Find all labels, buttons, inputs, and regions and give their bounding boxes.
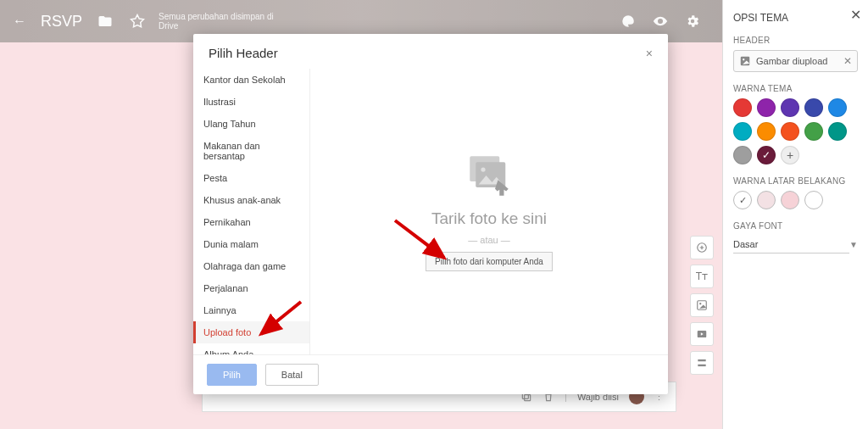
category-item[interactable]: Album Anda	[193, 343, 309, 354]
category-list: Kantor dan SekolahIlustrasiUlang TahunMa…	[193, 69, 310, 354]
form-title[interactable]: RSVP	[41, 13, 82, 31]
save-status: Semua perubahan disimpan di Drive	[159, 12, 277, 31]
category-item[interactable]: Ulang Tahun	[193, 113, 309, 135]
dialog-select-button[interactable]: Pilih	[207, 364, 257, 386]
theme-color-swatch[interactable]	[828, 98, 847, 117]
category-item[interactable]: Pesta	[193, 167, 309, 189]
palette-icon[interactable]	[617, 10, 639, 32]
header-chip-label: Gambar diupload	[756, 56, 827, 66]
dialog-title: Pilih Header	[209, 46, 278, 60]
dialog-cancel-button[interactable]: Batal	[265, 364, 319, 386]
svg-rect-1	[698, 301, 707, 310]
header-section-label: HEADER	[733, 36, 858, 45]
category-item[interactable]: Makanan dan bersantap	[193, 135, 309, 167]
or-separator: — atau —	[468, 235, 510, 245]
theme-color-swatch[interactable]	[828, 122, 847, 141]
bg-color-swatch[interactable]	[781, 191, 799, 209]
category-item[interactable]: Dunia malam	[193, 233, 309, 255]
add-image-icon[interactable]	[690, 293, 714, 317]
category-item[interactable]: Perjalanan	[193, 277, 309, 299]
remove-header-icon[interactable]: ✕	[843, 55, 852, 67]
theme-color-swatch[interactable]	[804, 98, 823, 117]
theme-color-swatch[interactable]	[757, 122, 776, 141]
add-section-icon[interactable]	[690, 351, 714, 375]
category-item[interactable]: Upload foto	[193, 321, 309, 343]
settings-icon[interactable]	[682, 10, 704, 32]
panel-close-icon[interactable]: ✕	[850, 7, 861, 23]
svg-rect-5	[698, 365, 705, 366]
select-header-dialog: Pilih Header × Kantor dan SekolahIlustra…	[193, 34, 668, 394]
svg-rect-6	[525, 395, 531, 401]
category-item[interactable]: Ilustrasi	[193, 91, 309, 113]
theme-color-label: WARNA TEMA	[733, 84, 858, 93]
preview-icon[interactable]	[649, 10, 671, 32]
image-icon	[739, 55, 751, 67]
category-item[interactable]: Pernikahan	[193, 211, 309, 233]
add-title-icon[interactable]: Tᴛ	[690, 265, 714, 288]
panel-title: OPSI TEMA	[733, 12, 858, 24]
question-toolbar: Tᴛ	[690, 236, 714, 375]
theme-options-panel: ✕ OPSI TEMA HEADER Gambar diupload ✕ WAR…	[722, 0, 868, 429]
category-item[interactable]: Khusus anak-anak	[193, 189, 309, 211]
bg-color-swatch[interactable]: ✓	[733, 191, 752, 209]
svg-rect-4	[698, 359, 705, 361]
bg-color-swatches: ✓	[733, 191, 858, 209]
upload-drop-zone[interactable]: Tarik foto ke sini — atau — Pilih foto d…	[310, 69, 668, 354]
svg-point-12	[743, 58, 744, 60]
theme-color-swatches: +	[733, 98, 858, 164]
add-question-icon[interactable]	[690, 236, 714, 259]
image-placeholder-icon	[465, 152, 513, 203]
bg-color-swatch[interactable]	[804, 191, 823, 209]
theme-color-swatch[interactable]	[757, 98, 776, 117]
theme-color-swatch[interactable]	[781, 98, 799, 117]
svg-rect-11	[741, 57, 750, 66]
category-item[interactable]: Kantor dan Sekolah	[193, 69, 309, 91]
svg-point-2	[699, 303, 701, 304]
svg-point-10	[481, 167, 485, 171]
theme-color-swatch[interactable]	[733, 146, 752, 164]
category-item[interactable]: Lainnya	[193, 299, 309, 321]
category-item[interactable]: Olahraga dan game	[193, 255, 309, 277]
theme-color-swatch[interactable]	[733, 98, 752, 117]
font-style-label: GAYA FONT	[733, 221, 858, 231]
header-image-chip[interactable]: Gambar diupload ✕	[733, 50, 858, 72]
theme-color-swatch[interactable]	[804, 122, 823, 141]
chevron-down-icon: ▼	[849, 240, 858, 249]
bg-color-label: WARNA LATAR BELAKANG	[733, 176, 858, 186]
drop-text: Tarik foto ke sini	[431, 209, 547, 228]
add-custom-color-button[interactable]: +	[781, 146, 799, 164]
bg-color-swatch[interactable]	[757, 191, 776, 209]
folder-icon[interactable]	[94, 10, 116, 32]
back-icon[interactable]: ←	[8, 10, 31, 32]
add-video-icon[interactable]	[690, 322, 714, 346]
theme-color-swatch[interactable]	[733, 122, 752, 141]
pick-from-computer-button[interactable]: Pilih foto dari komputer Anda	[426, 252, 553, 271]
font-style-select[interactable]: Dasar	[733, 236, 849, 254]
star-icon[interactable]	[126, 10, 148, 32]
theme-color-swatch[interactable]	[781, 122, 799, 141]
theme-color-swatch-selected[interactable]	[757, 146, 776, 164]
dialog-close-icon[interactable]: ×	[646, 47, 653, 60]
